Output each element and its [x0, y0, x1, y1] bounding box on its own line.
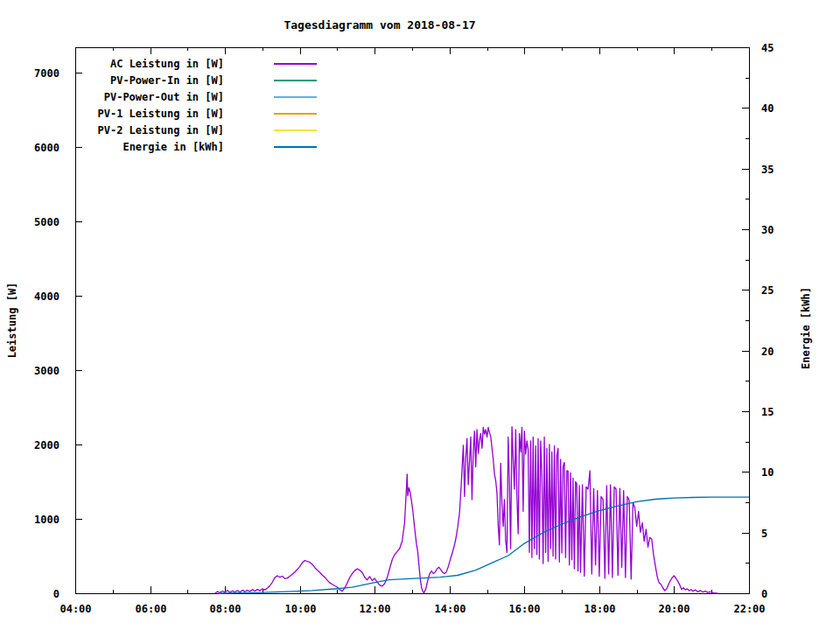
legend-line-sample	[274, 63, 317, 65]
legend-line-sample	[274, 113, 317, 115]
y-right-tick-label: 45	[761, 42, 774, 54]
legend-label: Energie in [kWh]	[75, 141, 224, 153]
x-tick-label: 22:00	[733, 603, 765, 615]
legend-line-sample	[274, 80, 317, 81]
x-tick-label: 12:00	[359, 603, 390, 615]
legend-item: PV-1 Leistung in [W]	[75, 105, 317, 122]
x-tick-label: 14:00	[434, 603, 466, 615]
legend-label: PV-2 Leistung in [W]	[75, 124, 224, 136]
legend-item: Energie in [kWh]	[75, 138, 317, 155]
legend-item: PV-Power-Out in [W]	[75, 88, 317, 105]
legend-label: PV-1 Leistung in [W]	[75, 108, 224, 120]
y-right-tick-label: 5	[761, 528, 767, 540]
y-left-tick-label: 0	[53, 588, 60, 600]
y-right-tick-label: 0	[761, 588, 767, 600]
y-left-tick-label: 4000	[34, 290, 60, 303]
y-left-tick-label: 6000	[34, 142, 60, 154]
y-left-tick-label: 7000	[34, 67, 60, 80]
y-left-tick-label: 5000	[34, 216, 60, 228]
y-left-tick-label: 3000	[34, 365, 60, 377]
y-left-tick-label: 2000	[34, 439, 60, 452]
y-left-tick-label: 1000	[34, 514, 60, 526]
x-tick-label: 18:00	[584, 603, 615, 615]
legend-item: AC Leistung in [W]	[75, 55, 317, 72]
legend-label: PV-Power-In in [W]	[75, 74, 224, 87]
x-tick-label: 20:00	[658, 603, 690, 615]
y-right-tick-label: 10	[761, 466, 774, 479]
y-right-tick-label: 40	[761, 102, 774, 115]
legend-item: PV-2 Leistung in [W]	[75, 122, 317, 138]
y-right-tick-label: 15	[761, 406, 774, 418]
legend-line-sample	[274, 130, 317, 131]
y-right-tick-label: 20	[761, 346, 774, 358]
legend-label: PV-Power-Out in [W]	[75, 91, 224, 103]
x-tick-label: 10:00	[284, 603, 316, 615]
x-tick-label: 06:00	[135, 603, 166, 615]
legend-label: AC Leistung in [W]	[75, 58, 224, 70]
y-right-tick-label: 25	[761, 284, 774, 297]
y-right-tick-label: 30	[761, 224, 774, 236]
y-right-tick-label: 35	[761, 164, 774, 176]
chart-canvas: Tagesdiagramm vom 2018-08-17 Leistung [W…	[0, 0, 840, 630]
legend-line-sample	[274, 96, 317, 98]
legend-line-sample	[274, 146, 317, 148]
x-tick-label: 08:00	[209, 603, 241, 615]
legend-item: PV-Power-In in [W]	[75, 72, 317, 88]
series-line	[215, 427, 718, 593]
legend: AC Leistung in [W]PV-Power-In in [W]PV-P…	[75, 55, 317, 155]
x-tick-label: 16:00	[508, 603, 540, 615]
x-tick-label: 04:00	[60, 603, 91, 615]
series-line	[219, 497, 749, 593]
